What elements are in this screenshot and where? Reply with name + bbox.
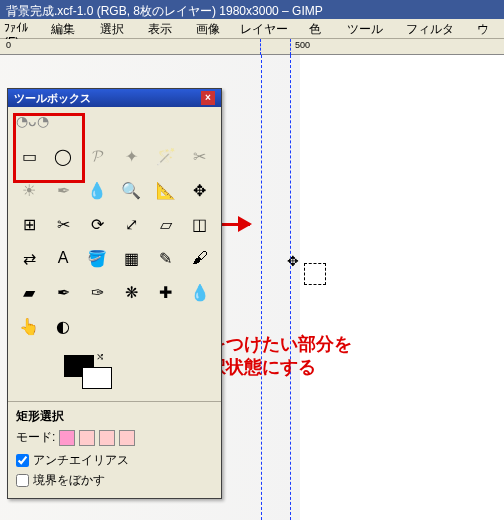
menu-layer[interactable]: レイヤー(L) [240,21,300,36]
blur-tool[interactable]: 💧 [185,277,215,307]
ruler-mark: 0 [6,40,11,50]
scale-tool[interactable]: ⤢ [116,209,146,239]
rotate-tool[interactable]: ⟳ [82,209,112,239]
background-color[interactable] [82,367,112,389]
mode-intersect-icon[interactable] [119,430,135,446]
align-tool[interactable]: ⊞ [14,209,44,239]
menu-view[interactable]: 表示(V) [148,21,186,36]
tool-options: 矩形選択 モード: アンチエイリアス 境界をぼかす [8,401,221,498]
menu-filters[interactable]: フィルタ(R) [406,21,468,36]
toolbox-title: ツールボックス [14,91,91,106]
color-picker-tool[interactable]: 💧 [82,175,112,205]
antialias-checkbox[interactable]: アンチエイリアス [16,452,213,469]
toolbox-window[interactable]: ツールボックス × ◔ᴗ◔ ▭◯𝓟✦🪄✂☀✒💧🔍📐✥⊞✂⟳⤢▱◫⇄A🪣▦✎🖌▰✒… [7,88,222,499]
ink-tool[interactable]: ✑ [82,277,112,307]
crop-tool[interactable]: ✂ [48,209,78,239]
airbrush-tool[interactable]: ✒ [48,277,78,307]
feather-input[interactable] [16,474,29,487]
window-title: 背景完成.xcf-1.0 (RGB, 8枚のレイヤー) 1980x3000 – … [0,0,504,19]
smudge-tool[interactable]: 👆 [14,311,44,341]
selection-marquee [304,263,326,285]
measure-tool[interactable]: 📐 [151,175,181,205]
mode-label: モード: [16,429,55,446]
menu-select[interactable]: 選択(S) [100,21,138,36]
toolbox-titlebar[interactable]: ツールボックス × [8,89,221,107]
menu-file[interactable]: ﾌｧｲﾙ(F) [4,21,41,36]
ellipse-select-tool[interactable]: ◯ [48,141,78,171]
mode-add-icon[interactable] [79,430,95,446]
pencil-tool[interactable]: ✎ [151,243,181,273]
clone-tool[interactable]: ❋ [116,277,146,307]
wilber-icon: ◔ᴗ◔ [8,107,221,135]
menu-colors[interactable]: 色(C) [309,21,336,36]
color-area[interactable]: ⤭ [16,351,213,397]
text-tool[interactable]: A [48,243,78,273]
swap-colors-icon[interactable]: ⤭ [96,351,104,362]
rect-select-tool[interactable]: ▭ [14,141,44,171]
guide-line [261,55,262,520]
menu-window[interactable]: ウィ [477,21,500,36]
menubar: ﾌｧｲﾙ(F) 編集(E) 選択(S) 表示(V) 画像(I) レイヤー(L) … [0,19,504,39]
mode-subtract-icon[interactable] [99,430,115,446]
ruler-horizontal: 0 500 [0,39,504,55]
mode-replace-icon[interactable] [59,430,75,446]
guide-line [290,55,291,520]
zoom-tool[interactable]: 🔍 [116,175,146,205]
fuzzy-select-tool[interactable]: ✦ [116,141,146,171]
scissors-tool[interactable]: ✂ [185,141,215,171]
move-tool[interactable]: ✥ [185,175,215,205]
flip-tool[interactable]: ⇄ [14,243,44,273]
tool-options-title: 矩形選択 [16,408,213,425]
bucket-tool[interactable]: 🪣 [82,243,112,273]
paths-tool[interactable]: ✒ [48,175,78,205]
color-select-tool[interactable]: 🪄 [151,141,181,171]
move-cursor-icon: ✥ [287,253,299,269]
free-select-tool[interactable]: 𝓟 [82,141,112,171]
antialias-input[interactable] [16,454,29,467]
tool-grid: ▭◯𝓟✦🪄✂☀✒💧🔍📐✥⊞✂⟳⤢▱◫⇄A🪣▦✎🖌▰✒✑❋✚💧👆◐ [8,135,221,347]
menu-tools[interactable]: ツール(T) [347,21,396,36]
mode-row: モード: [16,429,213,446]
shear-tool[interactable]: ▱ [151,209,181,239]
foreground-tool[interactable]: ☀ [14,175,44,205]
eraser-tool[interactable]: ▰ [14,277,44,307]
menu-image[interactable]: 画像(I) [196,21,230,36]
gradient-tool[interactable]: ▦ [116,243,146,273]
dodge-tool[interactable]: ◐ [48,311,78,341]
close-icon[interactable]: × [201,91,215,105]
paintbrush-tool[interactable]: 🖌 [185,243,215,273]
ruler-mark: 500 [295,40,310,50]
menu-edit[interactable]: 編集(E) [51,21,89,36]
perspective-tool[interactable]: ◫ [185,209,215,239]
heal-tool[interactable]: ✚ [151,277,181,307]
feather-checkbox[interactable]: 境界をぼかす [16,472,213,489]
